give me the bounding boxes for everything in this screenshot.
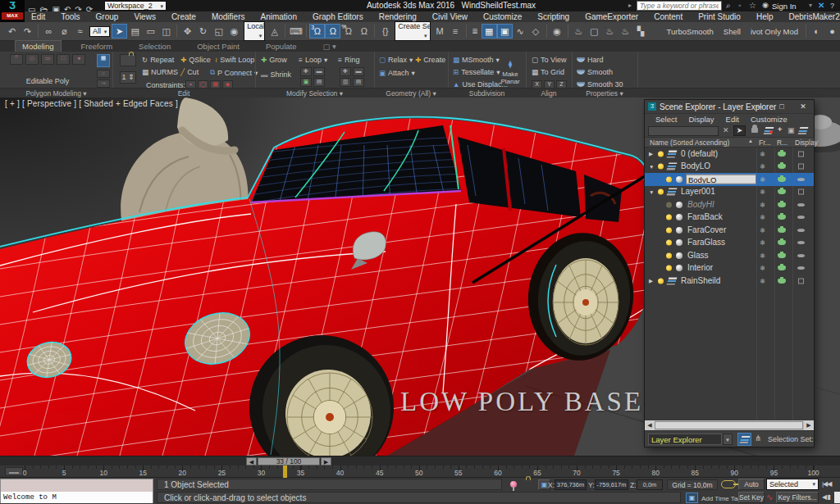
angle-snap-icon[interactable]: Ω: [325, 24, 340, 39]
display-icon[interactable]: [797, 266, 805, 270]
table-row[interactable]: Glass❄: [645, 249, 814, 262]
macro-recorder-row[interactable]: [1, 479, 153, 492]
state-sets-checker-icon[interactable]: ▚: [633, 24, 649, 39]
favorites-star-icon[interactable]: ☆: [749, 1, 756, 10]
layer-manager-icon[interactable]: ≣: [469, 24, 482, 39]
visibility-bulb-icon[interactable]: [658, 164, 664, 170]
menu-civil-view[interactable]: Civil View: [432, 12, 468, 21]
attach-button[interactable]: ▣Attach▾: [379, 69, 415, 77]
rename-input[interactable]: [686, 175, 756, 185]
renderable-teapot-icon[interactable]: [778, 177, 786, 182]
to-grid-button[interactable]: ▦To Grid: [532, 68, 564, 76]
layer-name[interactable]: RainSheild: [681, 276, 720, 285]
communication-icon[interactable]: ◦: [738, 1, 742, 10]
caption-properties[interactable]: Properties ▾: [572, 89, 637, 98]
graphite-ribbon-toggle-icon[interactable]: ▦: [482, 24, 497, 39]
qslice-button[interactable]: ✚QSlice: [180, 56, 211, 64]
z-coordinate-field[interactable]: 0,0m: [637, 479, 663, 490]
renderable-teapot-icon[interactable]: [778, 189, 786, 194]
turbosmooth-button[interactable]: TurboSmooth: [662, 25, 719, 38]
display-cube-icon[interactable]: [798, 278, 804, 284]
redo-icon[interactable]: ↷: [20, 24, 35, 39]
y-coordinate-field[interactable]: -759,617m: [595, 479, 628, 490]
pin-stack-icon[interactable]: ⌗: [97, 70, 110, 78]
edit-spinner[interactable]: 1 ⇕: [120, 71, 136, 84]
minimize-icon[interactable]: —: [751, 102, 766, 112]
table-row[interactable]: ▶0 (default)❄: [645, 148, 814, 161]
menu-tools[interactable]: Tools: [61, 12, 80, 21]
chevron-down-icon[interactable]: ▾: [723, 434, 733, 445]
object-name[interactable]: FaraCover: [687, 225, 726, 234]
caption-modify-selection[interactable]: Modify Selection ▾: [255, 89, 374, 98]
percent-snap-icon[interactable]: Ω%: [340, 24, 356, 39]
caption-polygon-modeling[interactable]: Polygon Modeling ▾: [0, 89, 112, 98]
layer-mode-icon[interactable]: [737, 433, 751, 446]
x-coordinate-field[interactable]: 376,736m: [555, 479, 587, 490]
shell-button[interactable]: Shell: [719, 25, 746, 38]
table-row[interactable]: FaraCover❄: [645, 224, 814, 237]
table-row[interactable]: FaraGlass❄: [645, 237, 814, 250]
menu-views[interactable]: Views: [134, 12, 156, 21]
loop-mode-icon[interactable]: ▣: [300, 78, 312, 87]
tab-object-paint[interactable]: Object Paint: [190, 41, 246, 52]
renderable-teapot-icon[interactable]: [778, 164, 786, 169]
smooth-button[interactable]: Smooth: [577, 68, 613, 76]
render-in-cloud-icon[interactable]: ◐: [809, 24, 824, 39]
add-time-tag-label[interactable]: Add Time Tag: [701, 495, 742, 502]
display-icon[interactable]: [797, 178, 805, 181]
go-to-start-icon[interactable]: |◀◀: [822, 480, 831, 488]
se-menu-select[interactable]: Select: [655, 115, 677, 124]
frozen-snowflake-icon[interactable]: ❄: [760, 277, 765, 285]
ring-shrink-icon[interactable]: ▬: [353, 67, 364, 76]
grow-button[interactable]: ✚Grow: [261, 56, 287, 64]
layer-red-dot-icon[interactable]: [765, 127, 773, 136]
renderable-teapot-icon[interactable]: [778, 266, 786, 270]
visibility-bulb-icon[interactable]: [666, 240, 672, 246]
display-cube-icon[interactable]: [798, 151, 804, 157]
menu-debrismaker2[interactable]: DebrisMaker2: [788, 12, 839, 21]
frozen-snowflake-icon[interactable]: ❄: [760, 238, 765, 247]
time-slider-handle[interactable]: 33 / 100: [258, 457, 320, 465]
frame-number-field[interactable]: [834, 492, 840, 503]
scene-explorer-window[interactable]: Ӡ Scene Explorer - Layer Explorer — □ ✕ …: [645, 100, 814, 447]
frozen-snowflake-icon[interactable]: ❄: [760, 162, 765, 170]
visibility-bulb-icon[interactable]: [658, 189, 664, 195]
snaps-toggle-icon[interactable]: Ω3: [309, 24, 325, 39]
frozen-snowflake-icon[interactable]: ❄: [760, 252, 765, 260]
render-column-header[interactable]: R...: [777, 138, 788, 147]
frozen-snowflake-icon[interactable]: ❄: [760, 150, 765, 158]
object-name[interactable]: BodyHI: [687, 200, 714, 209]
tab-populate[interactable]: Populate: [259, 41, 304, 52]
explorer-search-input[interactable]: [648, 126, 719, 136]
curve-editor-icon[interactable]: ∿: [513, 24, 528, 39]
repeat-button[interactable]: ↻Repeat: [142, 56, 174, 64]
make-planar-button[interactable]: ◆Make Planar: [495, 54, 525, 89]
menu-create[interactable]: Create: [171, 12, 196, 21]
name-column-header[interactable]: Name (Sorted Ascending): [650, 138, 729, 147]
named-selection-sets-icon[interactable]: {}: [377, 24, 393, 39]
scroll-left-icon[interactable]: ◀: [645, 420, 655, 430]
table-row[interactable]: Interior❄: [645, 262, 814, 275]
menu-print-studio[interactable]: Print Studio: [698, 12, 741, 21]
edge-mode-icon[interactable]: ◇: [25, 54, 39, 65]
relax-button[interactable]: ▢Relax▾: [379, 56, 413, 64]
menu-edit[interactable]: Edit: [31, 12, 45, 21]
visibility-bulb-icon[interactable]: [666, 227, 672, 233]
menu-graph-editors[interactable]: Graph Editors: [313, 12, 363, 21]
to-view-button[interactable]: ▢To View: [532, 56, 566, 64]
key-filters-button[interactable]: Key Filters...: [776, 492, 819, 503]
chevron-right-icon[interactable]: ▶: [649, 151, 653, 157]
search-input[interactable]: [637, 1, 722, 11]
menu-group[interactable]: Group: [96, 12, 119, 21]
ring-a-icon[interactable]: ▥: [340, 78, 351, 87]
visibility-bulb-icon[interactable]: [658, 278, 664, 284]
render-iterative-icon[interactable]: ♨: [618, 24, 633, 39]
display-icon[interactable]: [797, 216, 805, 219]
frozen-snowflake-icon[interactable]: ❄: [760, 226, 765, 234]
render-setup-icon[interactable]: ♨: [571, 24, 587, 39]
auto-key-button[interactable]: Auto Key: [738, 479, 765, 490]
renderable-teapot-icon[interactable]: [778, 228, 786, 233]
se-menu-edit[interactable]: Edit: [726, 115, 739, 124]
caption-align[interactable]: Align: [526, 89, 572, 98]
hard-button[interactable]: Hard: [577, 56, 604, 64]
